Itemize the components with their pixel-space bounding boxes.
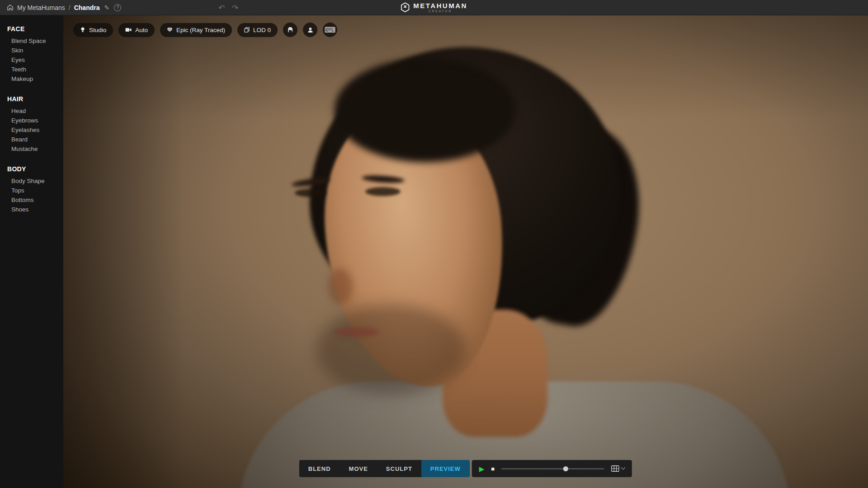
sidebar-section-body: BODY Body Shape Tops Bottoms Shoes [7, 165, 63, 214]
lod-button[interactable]: LOD 0 [237, 23, 278, 37]
sidebar-section-hair: HAIR Head Eyebrows Eyelashes Beard Musta… [7, 95, 63, 154]
character-brow-left [291, 176, 330, 188]
stop-button[interactable]: ■ [491, 466, 495, 472]
hair-icon [287, 27, 293, 33]
sidebar-item-eyelashes[interactable]: Eyelashes [7, 125, 63, 135]
character-nose [328, 268, 353, 305]
poses-button[interactable] [611, 465, 625, 472]
character-hair-front [335, 58, 515, 162]
character-eye-left [295, 189, 326, 197]
undo-icon[interactable]: ↶ [218, 4, 225, 12]
logo-title: METAHUMAN [413, 2, 467, 9]
mode-tab-sculpt[interactable]: SCULPT [377, 460, 421, 477]
poses-grid-icon [611, 465, 619, 472]
camera-icon [125, 28, 132, 32]
character-beard [316, 305, 466, 395]
playback-controls: ▶ ■ [472, 460, 632, 477]
edit-name-icon[interactable]: ✎ [104, 4, 110, 11]
sidebar-section-title-hair: HAIR [7, 95, 63, 103]
bottom-toolbar: BLEND MOVE SCULPT PREVIEW ▶ ■ [299, 460, 632, 477]
lighting-label: Studio [89, 27, 106, 33]
mode-tabs: BLEND MOVE SCULPT PREVIEW [299, 460, 470, 477]
sidebar-section-title-body: BODY [7, 165, 63, 173]
sidebar-item-mustache[interactable]: Mustache [7, 144, 63, 154]
character-eye-right [365, 187, 401, 196]
breadcrumb: My MetaHumans / Chandra ✎ ? [0, 4, 121, 11]
play-button[interactable]: ▶ [479, 465, 485, 472]
sidebar-item-makeup[interactable]: Makeup [7, 74, 63, 84]
topbar: My MetaHumans / Chandra ✎ ? ↶ ↷ METAHUMA… [0, 0, 868, 15]
metahuman-logo: METAHUMAN CREATOR [401, 2, 467, 13]
sidebar-item-beard[interactable]: Beard [7, 135, 63, 144]
groom-preview-button[interactable] [283, 23, 297, 37]
history-controls: ↶ ↷ [218, 0, 239, 15]
sidebar-item-body-shape[interactable]: Body Shape [7, 176, 63, 186]
character-render [63, 15, 868, 488]
keyboard-icon: ⌨ [325, 26, 336, 34]
chevron-down-icon [621, 465, 626, 469]
timeline-slider[interactable] [501, 464, 604, 473]
sidebar-item-shoes[interactable]: Shoes [7, 205, 63, 214]
mode-tab-move[interactable]: MOVE [340, 460, 377, 477]
sidebar-item-teeth[interactable]: Teeth [7, 65, 63, 74]
logo-subtitle: CREATOR [429, 10, 452, 13]
viewport-3d[interactable]: Studio Auto Epic (Ray Traced) LOD 0 [63, 15, 868, 488]
gem-icon [167, 27, 173, 33]
redo-icon[interactable]: ↷ [232, 4, 238, 12]
character-ponytail [509, 119, 653, 334]
character-brow-right [362, 174, 405, 184]
sidebar-section-title-face: FACE [7, 25, 63, 33]
sidebar-item-eyebrows[interactable]: Eyebrows [7, 116, 63, 125]
sidebar-item-head[interactable]: Head [7, 106, 63, 116]
home-icon[interactable] [7, 4, 14, 11]
character-name: Chandra [74, 4, 100, 11]
viewport-toolbar: Studio Auto Epic (Ray Traced) LOD 0 [73, 23, 337, 37]
help-glyph: ? [116, 5, 119, 10]
character-hair [310, 47, 620, 332]
help-icon[interactable]: ? [114, 4, 121, 11]
clay-preview-button[interactable] [303, 23, 317, 37]
mode-tab-preview[interactable]: PREVIEW [421, 460, 470, 477]
sidebar-item-tops[interactable]: Tops [7, 186, 63, 195]
sidebar-item-bottoms[interactable]: Bottoms [7, 195, 63, 205]
keyboard-shortcuts-button[interactable]: ⌨ [323, 23, 337, 37]
sidebar-section-face: FACE Blend Space Skin Eyes Teeth Makeup [7, 25, 63, 84]
character-neck [443, 310, 547, 437]
timeline-track [501, 468, 604, 469]
mode-tab-blend[interactable]: BLEND [299, 460, 340, 477]
quality-button[interactable]: Epic (Ray Traced) [160, 23, 232, 37]
stop-icon: ■ [491, 466, 495, 472]
breadcrumb-separator: / [69, 4, 71, 11]
sidebar-item-blend-space[interactable]: Blend Space [7, 36, 63, 46]
lod-layers-icon [244, 27, 250, 33]
quality-label: Epic (Ray Traced) [176, 27, 225, 33]
camera-button[interactable]: Auto [118, 23, 155, 37]
camera-label: Auto [135, 27, 148, 33]
sidebar-item-skin[interactable]: Skin [7, 46, 63, 55]
sidebar-item-eyes[interactable]: Eyes [7, 55, 63, 65]
character-face [317, 99, 513, 393]
sidebar: FACE Blend Space Skin Eyes Teeth Makeup … [0, 15, 63, 488]
viewport-vignette [63, 15, 868, 488]
logo-hexagon-icon [401, 3, 410, 13]
breadcrumb-root[interactable]: My MetaHumans [17, 4, 65, 11]
character-mouth [334, 327, 379, 337]
play-icon: ▶ [479, 465, 485, 472]
timeline-handle[interactable] [563, 466, 568, 471]
bust-icon [307, 27, 313, 33]
lod-label: LOD 0 [253, 27, 271, 33]
lightbulb-icon [80, 27, 85, 33]
lighting-button[interactable]: Studio [73, 23, 113, 37]
